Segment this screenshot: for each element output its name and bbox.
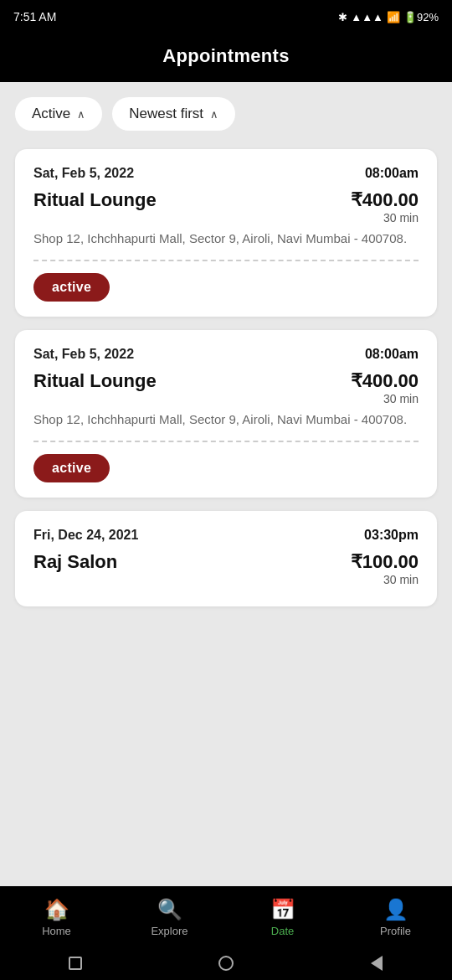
salon-name-1: Ritual Lounge (33, 189, 157, 211)
home-button[interactable] (213, 951, 239, 976)
sort-filter-label: Newest first (129, 106, 203, 122)
card-header-1: Sat, Feb 5, 2022 08:00am (33, 166, 419, 181)
status-badge-1: active (33, 273, 110, 302)
header: Appointments (0, 34, 452, 82)
back-icon (371, 956, 383, 971)
appointment-address-1: Shop 12, Ichchhapurti Mall, Sector 9, Ai… (33, 230, 419, 248)
status-filter-label: Active (32, 106, 70, 122)
salon-name-3: Raj Salon (33, 551, 117, 573)
appointment-price-3: ₹100.00 (351, 551, 419, 573)
nav-item-home[interactable]: 🏠 Home (0, 898, 113, 937)
appointment-card-2[interactable]: Sat, Feb 5, 2022 08:00am Ritual Lounge ₹… (15, 330, 437, 498)
bluetooth-icon: ✱ (338, 11, 347, 23)
card-header-2: Sat, Feb 5, 2022 08:00am (33, 347, 419, 362)
nav-label-explore: Explore (151, 925, 187, 937)
appointment-time-1: 08:00am (365, 166, 419, 181)
price-block-3: ₹100.00 30 min (351, 551, 419, 586)
card-divider-2 (33, 441, 419, 442)
appointment-time-3: 03:30pm (364, 528, 419, 543)
status-time: 7:51 AM (13, 10, 56, 23)
filter-bar: Active ∧ Newest first ∧ (0, 82, 452, 142)
chevron-up-icon: ∧ (77, 108, 85, 121)
signal-icon: ▲▲▲ (351, 11, 383, 23)
calendar-icon: 📅 (270, 898, 295, 921)
price-block-2: ₹400.00 30 min (351, 370, 419, 405)
card-header-3: Fri, Dec 24, 2021 03:30pm (33, 528, 419, 543)
appointment-duration-3: 30 min (351, 573, 419, 586)
chevron-up-icon-2: ∧ (210, 108, 218, 121)
card-divider-1 (33, 260, 419, 261)
nav-item-date[interactable]: 📅 Date (226, 898, 339, 937)
wifi-icon: 📶 (387, 11, 400, 23)
status-filter-button[interactable]: Active ∧ (15, 97, 102, 131)
card-info-1: Ritual Lounge ₹400.00 30 min (33, 189, 419, 224)
appointment-price-1: ₹400.00 (351, 189, 419, 211)
salon-name-2: Ritual Lounge (33, 370, 157, 392)
nav-label-home: Home (42, 925, 71, 937)
appointment-date-3: Fri, Dec 24, 2021 (33, 528, 138, 543)
nav-item-profile[interactable]: 👤 Profile (339, 898, 452, 937)
appointment-date-1: Sat, Feb 5, 2022 (33, 166, 134, 181)
price-block-1: ₹400.00 30 min (351, 189, 419, 224)
recent-apps-button[interactable] (63, 951, 88, 976)
appointment-card-3[interactable]: Fri, Dec 24, 2021 03:30pm Raj Salon ₹100… (15, 511, 437, 606)
appointment-card-1[interactable]: Sat, Feb 5, 2022 08:00am Ritual Lounge ₹… (15, 149, 437, 317)
appointment-time-2: 08:00am (365, 347, 419, 362)
search-icon: 🔍 (157, 898, 182, 921)
appointment-duration-2: 30 min (351, 392, 419, 405)
nav-item-explore[interactable]: 🔍 Explore (113, 898, 226, 937)
profile-icon: 👤 (383, 898, 408, 921)
system-nav-bar (0, 946, 452, 980)
appointment-price-2: ₹400.00 (351, 370, 419, 392)
appointment-address-2: Shop 12, Ichchhapurti Mall, Sector 9, Ai… (33, 410, 419, 429)
battery-icon: 🔋92% (403, 11, 439, 23)
sort-filter-button[interactable]: Newest first ∧ (112, 97, 235, 131)
card-info-2: Ritual Lounge ₹400.00 30 min (33, 370, 419, 405)
bottom-navigation: 🏠 Home 🔍 Explore 📅 Date 👤 Profile (0, 886, 452, 946)
nav-label-date: Date (271, 925, 294, 937)
circle-icon (218, 956, 234, 971)
appointment-duration-1: 30 min (351, 211, 419, 224)
appointments-list: Sat, Feb 5, 2022 08:00am Ritual Lounge ₹… (0, 142, 452, 749)
back-button[interactable] (364, 951, 389, 976)
status-icons: ✱ ▲▲▲ 📶 🔋92% (338, 11, 439, 23)
nav-label-profile: Profile (380, 925, 411, 937)
page-title: Appointments (162, 45, 289, 66)
status-badge-2: active (33, 454, 110, 482)
square-icon (69, 957, 82, 970)
home-icon: 🏠 (44, 898, 69, 921)
appointment-date-2: Sat, Feb 5, 2022 (33, 347, 134, 362)
status-bar: 7:51 AM ✱ ▲▲▲ 📶 🔋92% (0, 0, 452, 34)
card-info-3: Raj Salon ₹100.00 30 min (33, 551, 419, 586)
